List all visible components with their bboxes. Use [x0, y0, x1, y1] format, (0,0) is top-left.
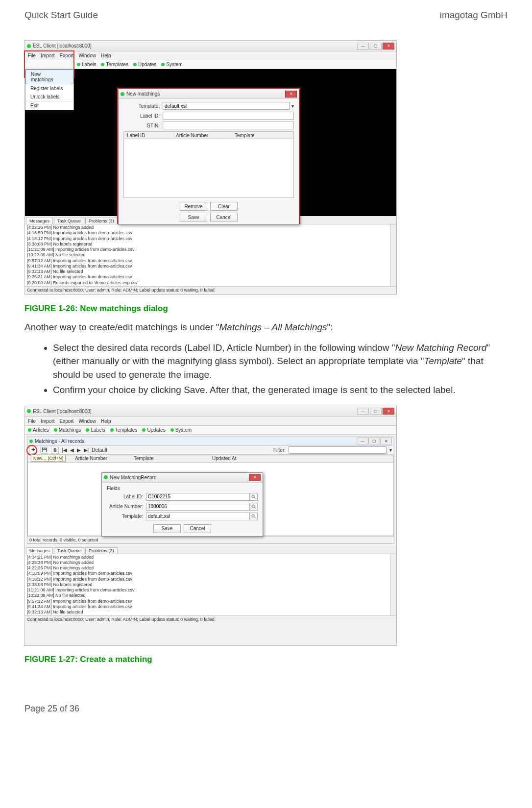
message-line: [9:57:12 AM] Importing articles from dem… — [27, 258, 394, 264]
file-dropdown: New matchings Register labels Unlock lab… — [25, 69, 74, 110]
col-labelid: Label ID — [124, 133, 173, 138]
tab-task-queue[interactable]: Task Queue — [54, 547, 84, 554]
menu-window[interactable]: Window — [78, 53, 96, 58]
minimize-button[interactable]: — — [357, 43, 369, 49]
message-line: [3:38:08 PM] No labels registered — [27, 242, 394, 247]
page-footer: Page 25 of 36 — [24, 704, 508, 714]
menu-file[interactable]: File — [28, 418, 36, 424]
filter-input[interactable] — [289, 446, 387, 454]
labelid-search-icon[interactable] — [250, 493, 258, 501]
new-tooltip: New… (Ctrl+N) — [31, 455, 66, 462]
message-line: [10:22:09 AM] No file selected — [27, 252, 394, 258]
menu-new-matchings[interactable]: New matchings — [25, 70, 73, 84]
dialog-close-button[interactable]: ✕ — [249, 474, 261, 481]
clear-button[interactable]: Clear — [210, 202, 238, 211]
app-icon — [27, 44, 31, 48]
figure-1-27: ESL Client [localhost:8000] — ▢ ✕ File I… — [24, 406, 397, 646]
message-tabs: Messages Task Queue Problems (3) — [25, 546, 396, 554]
nav-next-icon[interactable]: ▶ — [77, 447, 81, 453]
maximize-button[interactable]: ▢ — [370, 408, 382, 415]
toolbar-labels[interactable]: Labels — [86, 427, 105, 433]
cancel-button[interactable]: Cancel — [210, 213, 238, 221]
app-icon — [27, 409, 31, 413]
tab-messages[interactable]: Messages — [26, 547, 53, 554]
minimize-button[interactable]: — — [357, 408, 369, 415]
tab-messages[interactable]: Messages — [26, 218, 53, 224]
menu-window[interactable]: Window — [78, 418, 96, 424]
menu-register-labels[interactable]: Register labels — [25, 84, 73, 93]
status-bar: Connected to localhost:8000; User: admin… — [25, 615, 396, 623]
toolbar-system[interactable]: System — [161, 62, 182, 67]
maximize-button[interactable]: ▢ — [370, 43, 382, 49]
toolbar-labels[interactable]: Labels — [77, 62, 96, 67]
svg-line-1 — [254, 497, 256, 498]
toolbar-articles[interactable]: Articles — [28, 427, 49, 433]
dropdown-icon[interactable]: ▾ — [291, 103, 294, 109]
menu-help[interactable]: Help — [101, 418, 111, 424]
message-line: [4:18:12 PM] Importing articles from dem… — [27, 577, 394, 582]
gtin-field[interactable] — [163, 122, 294, 129]
template-field[interactable] — [146, 513, 250, 520]
menu-bar: File Import Export Window Help — [25, 417, 396, 426]
menu-import[interactable]: Import — [41, 418, 54, 424]
message-line: [4:22:26 PM] No matchings added — [27, 225, 394, 230]
template-field[interactable] — [163, 102, 290, 110]
matchings-subwindow: Matchings - All records — ▢ ✕ ✚ 💾 🗑 |◀ ◀… — [27, 437, 394, 544]
nav-prev-icon[interactable]: ◀ — [70, 447, 74, 453]
svg-line-5 — [254, 516, 256, 518]
subwindow-maximize[interactable]: ▢ — [368, 438, 380, 444]
message-line: [4:18:59 PM] Importing articles from dem… — [27, 571, 394, 576]
toolbar-updates[interactable]: Updates — [133, 62, 156, 67]
svg-line-3 — [254, 507, 256, 508]
menu-exit[interactable]: Exit — [25, 101, 73, 110]
new-matchings-dialog: New matchings ✕ Template: ▾ Label ID: GT… — [118, 89, 299, 225]
tab-problems[interactable]: Problems (3) — [85, 547, 118, 554]
remove-button[interactable]: Remove — [180, 202, 207, 211]
menu-help[interactable]: Help — [101, 53, 111, 58]
label-labelid: Label ID: — [107, 494, 146, 499]
toolbar-system[interactable]: System — [170, 427, 192, 433]
subwindow-toolbar: ✚ 💾 🗑 |◀ ◀ ▶ ▶| Default Filter: ▾ — [27, 446, 394, 455]
menu-unlock-labels[interactable]: Unlock labels — [25, 93, 73, 101]
subwindow-minimize[interactable]: — — [357, 438, 368, 444]
delete-icon-button[interactable]: 🗑 — [51, 446, 59, 454]
toolbar: Labels Templates Updates System — [25, 60, 396, 69]
message-line: [4:34:21 PM] No matchings added — [27, 555, 394, 560]
subwindow-close[interactable]: ✕ — [380, 438, 392, 444]
toolbar-matchings[interactable]: Matchings — [54, 427, 81, 433]
labelid-field[interactable] — [163, 112, 294, 120]
filter-dropdown-icon[interactable]: ▾ — [389, 447, 392, 453]
toolbar-updates[interactable]: Updates — [142, 427, 165, 433]
nav-last-icon[interactable]: ▶| — [84, 447, 89, 453]
label-gtin: GTIN: — [123, 123, 163, 128]
message-line: [4:18:12 PM] Importing articles from dem… — [27, 236, 394, 242]
save-button[interactable]: Save — [153, 524, 181, 533]
save-button[interactable]: Save — [180, 213, 207, 221]
scrollbar[interactable] — [390, 554, 396, 616]
message-line: [9:25:31 AM] Importing articles from dem… — [27, 274, 394, 280]
dialog-close-button[interactable]: ✕ — [285, 91, 297, 98]
work-area: New matchings Register labels Unlock lab… — [25, 69, 396, 216]
tab-task-queue[interactable]: Task Queue — [54, 218, 84, 224]
label-template: Template: — [123, 103, 163, 109]
nav-first-icon[interactable]: |◀ — [62, 447, 67, 453]
message-line: [9:20:00 AM] Records exported to 'demo-a… — [27, 280, 394, 286]
menu-export[interactable]: Export — [59, 418, 73, 424]
artnum-search-icon[interactable] — [250, 503, 258, 511]
toolbar-templates[interactable]: Templates — [101, 62, 128, 67]
labelid-field[interactable] — [146, 493, 250, 501]
col-artnum: Article Number — [173, 133, 232, 138]
scrollbar[interactable] — [390, 224, 396, 286]
close-button[interactable]: ✕ — [383, 43, 394, 49]
col-artnum: Article Number — [72, 456, 131, 461]
tab-problems[interactable]: Problems (3) — [85, 218, 118, 224]
records-table-header: Label ID Article Number Template Updated… — [27, 455, 394, 463]
toolbar-templates[interactable]: Templates — [110, 427, 138, 433]
artnum-field[interactable] — [146, 503, 250, 511]
save-icon-button[interactable]: 💾 — [40, 446, 48, 454]
toolbar: Articles Matchings Labels Templates Upda… — [25, 426, 396, 435]
close-button[interactable]: ✕ — [383, 408, 394, 415]
template-search-icon[interactable] — [250, 513, 258, 520]
cancel-button[interactable]: Cancel — [184, 524, 211, 533]
message-line: [9:57:12 AM] Importing articles from dem… — [27, 599, 394, 604]
